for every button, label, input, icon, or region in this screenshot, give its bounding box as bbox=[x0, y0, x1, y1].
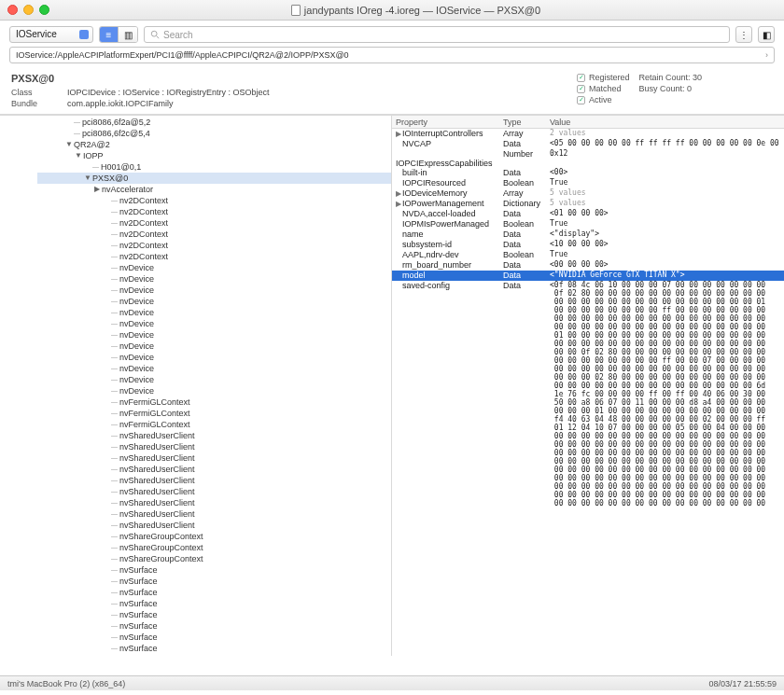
window-title: jandypants IOreg -4.ioreg — IOService — … bbox=[55, 5, 777, 16]
retain-count: Retain Count: 30 bbox=[639, 73, 703, 82]
tree-item[interactable]: —nvSurface bbox=[37, 598, 391, 609]
titlebar: jandypants IOreg -4.ioreg — IOService — … bbox=[0, 0, 784, 21]
tree-item[interactable]: —nvShareGroupContext bbox=[37, 553, 391, 564]
property-row[interactable]: ▶IOPowerManagementDictionary5 values bbox=[392, 199, 784, 209]
tree-item[interactable]: —nvDevice bbox=[37, 329, 391, 341]
object-title: PXSX@0 bbox=[11, 73, 577, 84]
tree-item[interactable]: —nv2DContext bbox=[37, 251, 391, 262]
tree-item[interactable]: —nvSharedUserClient bbox=[37, 486, 391, 497]
tree-item[interactable]: —nvFermiGLContext bbox=[37, 419, 391, 430]
property-row[interactable]: built-inData<00> bbox=[392, 168, 784, 178]
property-row[interactable]: saved-configData<0f 08 4c 06 10 00 00 00… bbox=[392, 281, 784, 507]
status-bar: tmi's MacBook Pro (2) (x86_64) 08/03/17 … bbox=[0, 675, 784, 690]
matched-checkbox: ✓Matched bbox=[577, 84, 630, 93]
tree-item[interactable]: —nv2DContext bbox=[37, 229, 391, 240]
properties-pane[interactable]: Property Type Value ▶IOInterruptControll… bbox=[392, 116, 784, 656]
tree-item[interactable]: —nvSharedUserClient bbox=[37, 475, 391, 486]
tree-item[interactable]: ▼IOPP bbox=[37, 150, 391, 161]
tree-item[interactable]: —nv2DContext bbox=[37, 240, 391, 251]
tree-item[interactable]: —nvSharedUserClient bbox=[37, 441, 391, 452]
tree-item[interactable]: —nvSharedUserClient bbox=[37, 520, 391, 531]
tree-item[interactable]: —nvDevice bbox=[37, 307, 391, 318]
tree-item[interactable]: —nvSurface bbox=[37, 587, 391, 598]
tree-item[interactable]: —nvDevice bbox=[37, 385, 391, 396]
recents-button[interactable]: ⋮ bbox=[735, 26, 752, 43]
close-button[interactable] bbox=[7, 5, 18, 15]
tree-item[interactable]: —nvSurface bbox=[37, 654, 391, 656]
tree-item[interactable]: —nvSurface bbox=[37, 620, 391, 632]
tree-item[interactable]: —nvDevice bbox=[37, 374, 391, 385]
property-row[interactable]: NVDA,accel-loadedData<01 00 00 00> bbox=[392, 209, 784, 219]
property-row[interactable]: IOPCIResourcedBooleanTrue bbox=[392, 178, 784, 188]
tree-item[interactable]: —nvDevice bbox=[37, 352, 391, 363]
tree-item[interactable]: —nvDevice bbox=[37, 273, 391, 285]
tree-item[interactable]: ▼PXSX@0 bbox=[37, 173, 391, 184]
tree-item[interactable]: —nvShareGroupContext bbox=[37, 531, 391, 542]
tree-item[interactable]: —nvDevice bbox=[37, 285, 391, 296]
svg-line-1 bbox=[157, 36, 160, 39]
status-machine: tmi's MacBook Pro (2) (x86_64) bbox=[7, 679, 125, 688]
tree-item[interactable]: —nvSharedUserClient bbox=[37, 464, 391, 475]
tree-item[interactable]: —nvSurface bbox=[37, 632, 391, 643]
search-field[interactable]: Search bbox=[144, 26, 730, 43]
tree-item[interactable]: —nvSharedUserClient bbox=[37, 508, 391, 520]
tree-item[interactable]: —nvSurface bbox=[37, 643, 391, 654]
tree-item[interactable]: ▼QR2A@2 bbox=[37, 139, 391, 150]
property-row[interactable]: ▶IODeviceMemoryArray5 values bbox=[392, 188, 784, 199]
path-bar[interactable]: IOService:/AppleACPIPlatformExpert/PCI1@… bbox=[9, 47, 775, 63]
tree-item[interactable]: ▶nvAccelerator bbox=[37, 184, 391, 195]
search-icon bbox=[150, 30, 160, 39]
bundle-value: com.apple.iokit.IOPCIFamily bbox=[67, 99, 174, 108]
plane-selector[interactable]: IOService bbox=[9, 26, 93, 43]
busy-count: Busy Count: 0 bbox=[639, 84, 703, 93]
tree-item[interactable]: —H001@0,1 bbox=[37, 161, 391, 173]
tree-item[interactable]: —pci8086,6f2a@5,2 bbox=[37, 117, 391, 128]
tree-item[interactable]: —nv2DContext bbox=[37, 217, 391, 229]
toolbar: IOService ≡ ▥ Search ⋮ ◧ IOService:/Appl… bbox=[0, 21, 784, 67]
property-row[interactable]: modelData<"NVIDIA GeForce GTX TITAN X"> bbox=[392, 271, 784, 281]
tree-pane[interactable]: —pci8086,6f2a@5,2—pci8086,6f2c@5,4▼QR2A@… bbox=[0, 116, 392, 656]
property-row[interactable]: rm_board_numberData<00 00 00 00> bbox=[392, 260, 784, 271]
tree-item[interactable]: —nvDevice bbox=[37, 318, 391, 329]
class-value: IOPCIDevice : IOService : IORegistryEntr… bbox=[67, 88, 270, 97]
property-row[interactable]: IOPCIExpressCapabilitiesNumber0x12 bbox=[392, 149, 784, 168]
property-row[interactable]: subsystem-idData<10 00 00 00> bbox=[392, 240, 784, 250]
registered-checkbox: ✓Registered bbox=[577, 73, 630, 82]
object-header: PXSX@0 Class IOPCIDevice : IOService : I… bbox=[0, 67, 784, 115]
property-row[interactable]: AAPL,ndrv-devBooleanTrue bbox=[392, 250, 784, 260]
tree-item[interactable]: —nvFermiGLContext bbox=[37, 396, 391, 408]
path-chevron-icon: › bbox=[765, 50, 768, 60]
view-mode-segmented[interactable]: ≡ ▥ bbox=[99, 26, 138, 43]
view-mode-columns[interactable]: ▥ bbox=[119, 27, 137, 42]
active-checkbox: ✓Active bbox=[577, 95, 630, 104]
svg-point-0 bbox=[151, 31, 157, 36]
view-mode-list[interactable]: ≡ bbox=[100, 27, 119, 42]
tree-item[interactable]: —nv2DContext bbox=[37, 206, 391, 217]
tree-item[interactable]: —nvSharedUserClient bbox=[37, 497, 391, 508]
document-icon bbox=[291, 5, 301, 16]
inspector-button[interactable]: ◧ bbox=[758, 26, 775, 43]
tree-item[interactable]: —nvFermiGLContext bbox=[37, 408, 391, 419]
tree-item[interactable]: —nvDevice bbox=[37, 363, 391, 374]
status-timestamp: 08/03/17 21:55:59 bbox=[708, 679, 777, 688]
tree-item[interactable]: —nvSurface bbox=[37, 609, 391, 620]
tree-item[interactable]: —pci8086,6f2c@5,4 bbox=[37, 128, 391, 139]
tree-item[interactable]: —nvSurface bbox=[37, 564, 391, 576]
property-row[interactable]: nameData<"display"> bbox=[392, 229, 784, 240]
minimize-button[interactable] bbox=[23, 5, 34, 15]
tree-item[interactable]: —nvSharedUserClient bbox=[37, 452, 391, 464]
property-row[interactable]: IOPMIsPowerManagedBooleanTrue bbox=[392, 219, 784, 229]
zoom-button[interactable] bbox=[39, 5, 49, 15]
main-split: —pci8086,6f2a@5,2—pci8086,6f2c@5,4▼QR2A@… bbox=[0, 115, 784, 656]
tree-item[interactable]: —nvDevice bbox=[37, 341, 391, 352]
tree-item[interactable]: —nvShareGroupContext bbox=[37, 542, 391, 553]
properties-header: Property Type Value bbox=[392, 116, 784, 129]
tree-item[interactable]: —nvSharedUserClient bbox=[37, 430, 391, 441]
tree-item[interactable]: —nvDevice bbox=[37, 262, 391, 273]
tree-item[interactable]: —nv2DContext bbox=[37, 195, 391, 206]
bundle-label: Bundle bbox=[11, 99, 67, 108]
property-row[interactable]: ▶IOInterruptControllersArray2 values bbox=[392, 129, 784, 139]
tree-item[interactable]: —nvSurface bbox=[37, 576, 391, 587]
property-row[interactable]: NVCAPData<05 00 00 00 00 00 ff ff ff ff … bbox=[392, 139, 784, 149]
tree-item[interactable]: —nvDevice bbox=[37, 296, 391, 307]
